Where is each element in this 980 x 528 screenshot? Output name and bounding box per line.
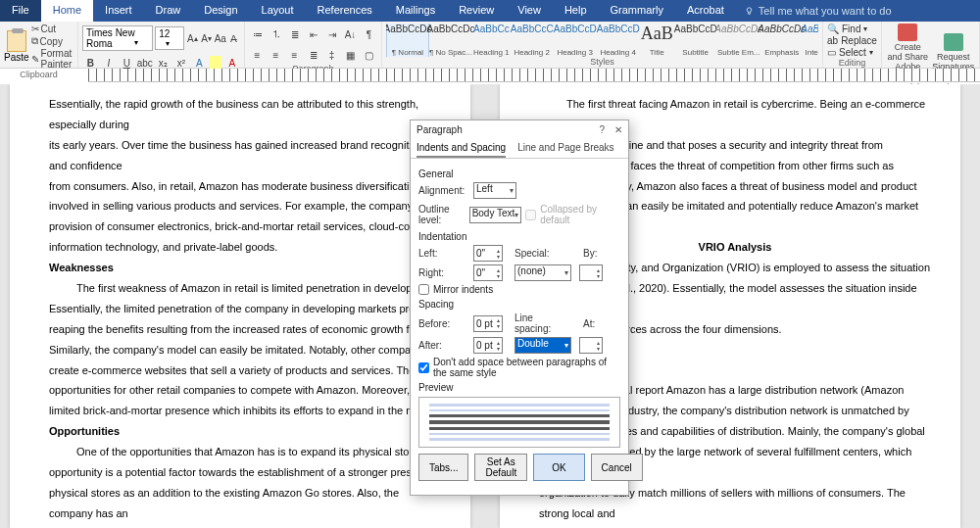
dialog-tab-indents[interactable]: Indents and Spacing	[416, 139, 506, 158]
shrink-font-button[interactable]: A▾	[200, 29, 212, 47]
alignment-select[interactable]: Left▾	[473, 182, 516, 199]
bullets-button[interactable]: ≔	[249, 25, 266, 43]
tab-references[interactable]: References	[306, 0, 384, 22]
font-size-select[interactable]: 12▾	[155, 26, 184, 50]
show-marks-button[interactable]: ¶	[361, 25, 377, 43]
by-spinner[interactable]: ▴▾	[579, 264, 603, 281]
justify-button[interactable]: ≣	[305, 46, 321, 64]
body-text: provision of consumer electronics, brick…	[49, 216, 441, 237]
paste-button[interactable]: Paste	[4, 30, 29, 63]
tab-home[interactable]: Home	[41, 0, 93, 22]
body-text: limited brick-and-mortar presence which …	[49, 401, 441, 421]
style-subtitle[interactable]: AaBbCcDSubtitle	[674, 24, 717, 57]
style-intense[interactable]: AaBbCcDcIntense E...	[804, 24, 818, 57]
find-button[interactable]: 🔍 Find ▾	[827, 24, 877, 34]
sort-button[interactable]: A↓	[342, 25, 359, 43]
before-spinner[interactable]: 0 pt▴▾	[473, 315, 503, 332]
tab-insert[interactable]: Insert	[93, 0, 144, 22]
mirror-indents-checkbox[interactable]	[418, 284, 429, 295]
format-painter-button[interactable]: ✎ Format Painter	[31, 48, 74, 70]
style-heading4[interactable]: AaBbCcDHeading 4	[597, 24, 640, 57]
tab-draw[interactable]: Draw	[144, 0, 193, 22]
align-center-button[interactable]: ≡	[268, 46, 284, 64]
tab-acrobat[interactable]: Acrobat	[675, 0, 736, 22]
dialog-title: Paragraph	[416, 124, 463, 135]
style-heading2[interactable]: AaBbCcCHeading 2	[511, 24, 554, 57]
preview-box	[418, 397, 620, 448]
after-spinner[interactable]: 0 pt▴▾	[473, 337, 503, 354]
dialog-tab-breaks[interactable]: Line and Page Breaks	[517, 139, 613, 158]
tab-view[interactable]: View	[506, 0, 553, 22]
borders-button[interactable]: ▢	[361, 46, 377, 64]
after-label: After:	[418, 340, 469, 351]
align-right-button[interactable]: ≡	[286, 46, 303, 64]
help-button[interactable]: ?	[599, 124, 605, 135]
heading-opportunities: Opportunities	[49, 421, 441, 442]
style-title[interactable]: AaBTitle	[640, 24, 674, 57]
tab-mailings[interactable]: Mailings	[384, 0, 447, 22]
cut-button[interactable]: ✂ Cut	[31, 24, 74, 34]
tell-me-search[interactable]: Tell me what you want to do	[736, 0, 900, 22]
outline-select[interactable]: Body Text▾	[469, 207, 522, 223]
horizontal-ruler[interactable]	[88, 69, 980, 82]
tab-design[interactable]: Design	[192, 0, 249, 22]
right-indent-spinner[interactable]: 0"▴▾	[473, 264, 503, 281]
select-button[interactable]: ▭ Select ▾	[827, 47, 877, 58]
change-case-button[interactable]: Aa	[215, 29, 226, 47]
section-preview: Preview	[418, 382, 620, 393]
set-default-button[interactable]: Set As Default	[474, 454, 527, 481]
body-text: The first weakness of Amazon in retail i…	[49, 278, 441, 299]
section-general: General	[418, 168, 620, 179]
decrease-indent-button[interactable]: ⇤	[305, 25, 321, 43]
alignment-label: Alignment:	[418, 185, 469, 196]
at-spinner[interactable]: ▴▾	[579, 337, 603, 354]
font-family-select[interactable]: Times New Roma▾	[82, 25, 153, 51]
style-subtle-em[interactable]: AaBbCcDcSubtle Em...	[717, 24, 760, 57]
line-spacing-button[interactable]: ‡	[323, 46, 340, 64]
style-heading3[interactable]: AaBbCcDHeading 3	[554, 24, 597, 57]
copy-button[interactable]: ⧉ Copy	[31, 35, 74, 47]
style-heading1[interactable]: AaBbCcHeading 1	[472, 24, 511, 57]
dont-add-space-checkbox[interactable]	[418, 362, 429, 373]
style-emphasis[interactable]: AaBbCcDcEmphasis	[760, 24, 804, 57]
tab-help[interactable]: Help	[553, 0, 599, 22]
request-sign-button[interactable]: Request Signatures	[932, 33, 976, 72]
tab-file[interactable]: File	[0, 0, 41, 22]
style-nospacing[interactable]: AaBbCcDc¶ No Spac...	[429, 24, 472, 57]
line-spacing-select[interactable]: Double▾	[514, 337, 571, 354]
body-text: opportunities for other retail companies…	[49, 380, 441, 401]
cancel-button[interactable]: Cancel	[591, 454, 643, 481]
special-select[interactable]: (none)▾	[514, 264, 571, 281]
increase-indent-button[interactable]: ⇥	[323, 25, 340, 43]
highlight-button[interactable]	[210, 56, 222, 70]
page-left[interactable]: Essentially, the rapid growth of the bus…	[10, 84, 470, 528]
clear-format-button[interactable]: A̶	[228, 29, 240, 47]
ok-button[interactable]: OK	[533, 454, 584, 481]
right-indent-label: Right:	[418, 267, 469, 278]
collapsed-checkbox	[525, 210, 536, 220]
line-spacing-label: Line spacing:	[514, 312, 569, 334]
section-indentation: Indentation	[418, 231, 620, 242]
styles-gallery[interactable]: AaBbCcDc¶ Normal AaBbCcDc¶ No Spac... Aa…	[386, 24, 818, 57]
align-left-button[interactable]: ≡	[249, 46, 266, 64]
grow-font-button[interactable]: A▴	[186, 29, 198, 47]
section-spacing: Spacing	[418, 299, 620, 310]
close-button[interactable]: ✕	[614, 124, 622, 135]
left-indent-spinner[interactable]: 0"▴▾	[473, 245, 503, 262]
clipboard-group-label: Clipboard	[4, 70, 74, 80]
replace-button[interactable]: ab Replace	[827, 35, 877, 46]
style-normal[interactable]: AaBbCcDc¶ Normal	[386, 24, 429, 57]
tab-layout[interactable]: Layout	[250, 0, 306, 22]
tab-review[interactable]: Review	[447, 0, 506, 22]
ruler-area	[0, 69, 980, 84]
at-label: At:	[583, 318, 601, 329]
body-text: create e-commerce websites that sell a v…	[49, 360, 441, 381]
numbering-button[interactable]: ⒈	[268, 25, 284, 43]
tab-grammarly[interactable]: Grammarly	[599, 0, 675, 22]
body-text: opportunity is a potential factor toward…	[49, 462, 441, 483]
tabs-button[interactable]: Tabs...	[418, 454, 468, 481]
styles-group-label: Styles	[386, 57, 818, 68]
body-text: its early years. Over time the business …	[49, 135, 441, 176]
multilevel-button[interactable]: ≣	[286, 25, 303, 43]
shading-button[interactable]: ▦	[342, 46, 359, 64]
